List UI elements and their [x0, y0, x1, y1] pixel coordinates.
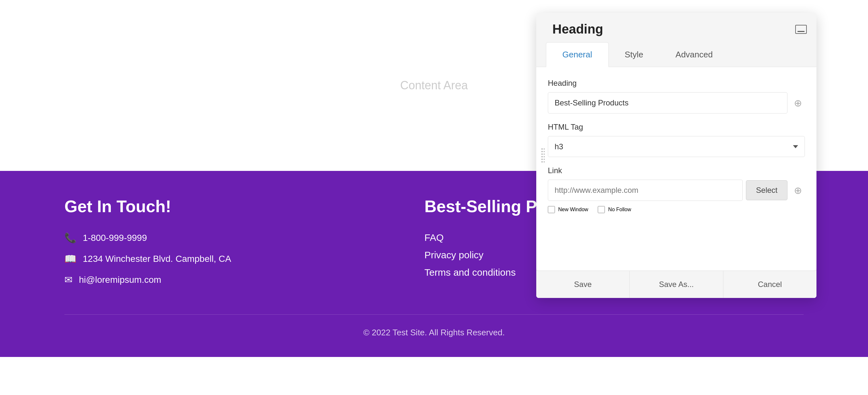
contact-phone-number: 1-800-999-9999 — [83, 233, 147, 243]
panel-footer: Save Save As... Cancel — [536, 271, 816, 298]
contact-email-text: hi@loremipsum.com — [79, 275, 161, 285]
email-icon: ✉ — [64, 274, 72, 285]
link-url-input[interactable] — [548, 179, 743, 201]
no-follow-checkbox-item[interactable]: No Follow — [598, 206, 631, 213]
new-window-checkbox-item[interactable]: New Window — [548, 206, 588, 213]
tab-advanced[interactable]: Advanced — [659, 42, 729, 67]
new-window-label: New Window — [558, 207, 588, 213]
panel-body: Heading ⊕ HTML Tag h1 h2 h3 h4 h5 h6 p d… — [536, 67, 816, 271]
save-button[interactable]: Save — [536, 271, 630, 298]
contact-email: ✉ hi@loremipsum.com — [64, 274, 231, 285]
footer-col1-heading: Get In Touch! — [64, 197, 231, 216]
panel-header: Heading — [536, 13, 816, 42]
footer-link-faq[interactable]: FAQ — [425, 232, 444, 243]
link-add-button[interactable]: ⊕ — [791, 183, 805, 197]
link-input-row: Select ⊕ — [548, 179, 805, 201]
contact-phone: 📞 1-800-999-9999 — [64, 232, 231, 244]
tab-style[interactable]: Style — [609, 42, 660, 67]
heading-add-button[interactable]: ⊕ — [791, 96, 805, 110]
content-area-label: Content Area — [400, 79, 468, 92]
footer-col-contact: Get In Touch! 📞 1-800-999-9999 📖 1234 Wi… — [64, 197, 231, 295]
heading-input[interactable] — [548, 92, 787, 113]
footer-link-terms[interactable]: Terms and conditions — [425, 267, 516, 278]
no-follow-checkbox[interactable] — [598, 206, 605, 213]
heading-panel: Heading General Style Advanced Heading ⊕… — [536, 13, 816, 298]
link-field-label: Link — [548, 166, 805, 175]
save-as-button[interactable]: Save As... — [630, 271, 723, 298]
no-follow-label: No Follow — [608, 207, 631, 213]
tab-general[interactable]: General — [546, 42, 609, 67]
footer-link-privacy[interactable]: Privacy policy — [425, 250, 484, 260]
footer-copyright: © 2022 Test Site. All Rights Reserved. — [64, 314, 804, 338]
link-select-button[interactable]: Select — [746, 180, 787, 200]
html-tag-field-group: HTML Tag h1 h2 h3 h4 h5 h6 p div span — [548, 122, 805, 157]
new-window-checkbox[interactable] — [548, 206, 555, 213]
contact-address: 📖 1234 Winchester Blvd. Campbell, CA — [64, 253, 231, 264]
panel-title: Heading — [552, 22, 603, 36]
panel-tabs: General Style Advanced — [536, 42, 816, 67]
html-tag-label: HTML Tag — [548, 122, 805, 132]
link-options-row: New Window No Follow — [548, 206, 805, 213]
phone-icon: 📞 — [64, 232, 76, 244]
minimize-icon — [798, 31, 805, 32]
minimize-button[interactable] — [795, 25, 807, 34]
map-icon: 📖 — [64, 253, 76, 264]
drag-handle[interactable] — [541, 13, 545, 298]
contact-address-text: 1234 Winchester Blvd. Campbell, CA — [83, 254, 231, 264]
heading-field-group: Heading ⊕ — [548, 79, 805, 113]
panel-spacer — [548, 222, 805, 261]
cancel-button[interactable]: Cancel — [723, 271, 816, 298]
heading-field-label: Heading — [548, 79, 805, 88]
link-field-group: Link Select ⊕ New Window No Follow — [548, 166, 805, 213]
html-tag-select[interactable]: h1 h2 h3 h4 h5 h6 p div span — [548, 136, 805, 157]
heading-input-row: ⊕ — [548, 92, 805, 113]
